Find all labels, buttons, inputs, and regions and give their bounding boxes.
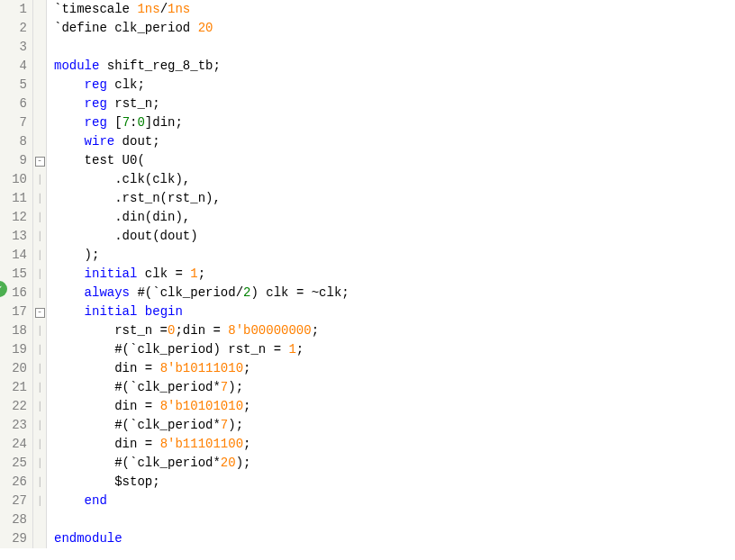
code-line[interactable]: #(`clk_period) rst_n = 1; — [54, 340, 349, 359]
line-number: 26 — [0, 473, 27, 492]
line-number: 14 — [0, 246, 27, 265]
code-line[interactable]: din = 8'b10101010; — [54, 397, 349, 416]
line-number: 22 — [0, 397, 27, 416]
code-line[interactable]: #(`clk_period*20); — [54, 454, 349, 473]
line-number: 28 — [0, 510, 27, 529]
code-line[interactable]: .rst_n(rst_n), — [54, 189, 349, 208]
line-number: 18 — [0, 321, 27, 340]
code-line[interactable]: din = 8'b10111010; — [54, 359, 349, 378]
line-number: 12 — [0, 208, 27, 227]
line-number: 17 — [0, 303, 27, 321]
code-line[interactable]: always #(`clk_period/2) clk = ~clk; — [54, 284, 349, 303]
code-line[interactable]: #(`clk_period*7); — [54, 416, 349, 435]
fold-column: - │ │ │ │ │ │ │ - │ │ │ │ │ │ │ │ │ │ — [33, 0, 47, 548]
code-line[interactable]: din = 8'b11101100; — [54, 435, 349, 454]
code-line[interactable]: #(`clk_period*7); — [54, 378, 349, 397]
code-line[interactable]: `define clk_period 20 — [54, 19, 349, 38]
line-number: 24 — [0, 435, 27, 454]
fold-toggle-icon[interactable]: - — [35, 157, 45, 167]
line-number: 10 — [0, 170, 27, 189]
line-number: 25 — [0, 454, 27, 473]
code-editor: 1 2 3 4 5 6 7 8 9 10 11 12 13 14 15 16 1… — [0, 0, 735, 548]
code-line[interactable]: initial begin — [54, 303, 349, 321]
line-number: 5 — [0, 76, 27, 95]
code-area[interactable]: `timescale 1ns/1ns`define clk_period 20m… — [47, 0, 349, 548]
code-line[interactable]: .din(din), — [54, 208, 349, 227]
line-number: 4 — [0, 57, 27, 76]
code-line[interactable]: .dout(dout) — [54, 227, 349, 246]
line-number: 13 — [0, 227, 27, 246]
line-number: 9 — [0, 151, 27, 170]
line-number: 6 — [0, 95, 27, 113]
line-number: 7 — [0, 113, 27, 132]
code-line[interactable] — [54, 510, 349, 529]
code-line[interactable]: test U0( — [54, 151, 349, 170]
line-number: 15 — [0, 265, 27, 284]
line-number: 8 — [0, 132, 27, 151]
code-line[interactable]: rst_n =0;din = 8'b00000000; — [54, 321, 349, 340]
fold-toggle-icon[interactable]: - — [35, 308, 45, 318]
line-number: 2 — [0, 19, 27, 38]
code-line[interactable]: reg rst_n; — [54, 95, 349, 113]
code-line[interactable]: ); — [54, 246, 349, 265]
line-number: 11 — [0, 189, 27, 208]
code-line[interactable]: reg clk; — [54, 76, 349, 95]
code-line[interactable]: initial clk = 1; — [54, 265, 349, 284]
line-number: 29 — [0, 529, 27, 548]
fold-guide: │ — [33, 170, 46, 189]
code-line[interactable]: `timescale 1ns/1ns — [54, 0, 349, 19]
code-line[interactable]: wire dout; — [54, 132, 349, 151]
code-line[interactable]: endmodule — [54, 529, 349, 548]
line-number: 27 — [0, 492, 27, 510]
line-number: 1 — [0, 0, 27, 19]
line-number: 21 — [0, 378, 27, 397]
code-line[interactable] — [54, 38, 349, 57]
code-line[interactable]: .clk(clk), — [54, 170, 349, 189]
line-number: 3 — [0, 38, 27, 57]
code-line[interactable]: $stop; — [54, 473, 349, 492]
line-number: 20 — [0, 359, 27, 378]
line-number: 23 — [0, 416, 27, 435]
code-line[interactable]: module shift_reg_8_tb; — [54, 57, 349, 76]
line-number: 19 — [0, 340, 27, 359]
line-number-gutter: 1 2 3 4 5 6 7 8 9 10 11 12 13 14 15 16 1… — [0, 0, 33, 548]
code-line[interactable]: end — [54, 492, 349, 510]
code-line[interactable]: reg [7:0]din; — [54, 113, 349, 132]
